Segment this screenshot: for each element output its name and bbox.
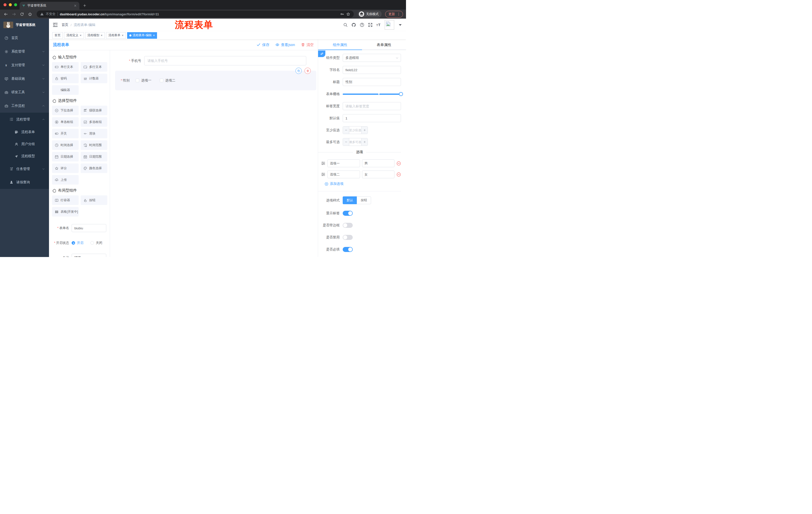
sidebar-item-task-management[interactable]: 任务管理 <box>0 162 49 175</box>
close-icon[interactable]: × <box>80 34 82 37</box>
palette-item-time-range[interactable]: 时间范围 <box>81 140 107 150</box>
sidebar-item-process-model[interactable]: 流程模型 <box>0 150 49 162</box>
fullscreen-icon[interactable] <box>368 23 373 27</box>
remark-textarea[interactable]: 嘿嘿 <box>71 254 106 257</box>
minimize-window-button[interactable] <box>9 3 12 6</box>
option1-label-input[interactable] <box>327 159 360 167</box>
palette-item-password[interactable]: 密码 <box>52 74 79 83</box>
field-name-input[interactable] <box>343 66 401 74</box>
stepper-increase-button[interactable] <box>361 138 368 145</box>
palette-item-select[interactable]: 下拉选择 <box>52 106 79 115</box>
gender-checkbox-option1[interactable]: 选项一 <box>136 78 151 83</box>
status-radio-off[interactable]: 关闭 <box>90 239 102 247</box>
sidebar-item-user-group[interactable]: 用户分组 <box>0 138 49 150</box>
status-radio-on[interactable]: 开启 <box>71 239 83 247</box>
save-button[interactable]: 保存 <box>257 43 269 47</box>
close-window-button[interactable] <box>3 3 6 6</box>
search-icon[interactable] <box>343 23 348 27</box>
default-value-input[interactable] <box>343 114 401 122</box>
help-icon[interactable] <box>360 23 364 27</box>
close-icon[interactable]: × <box>153 34 155 37</box>
palette-item-date-range[interactable]: 日期范围 <box>81 152 107 161</box>
view-json-button[interactable]: 查看json <box>276 43 295 47</box>
tag-process-form-edit[interactable]: 流程表单-编辑× <box>127 32 157 39</box>
drag-handle-icon[interactable] <box>321 172 325 177</box>
bookmark-star-icon[interactable] <box>346 12 350 16</box>
palette-item-color-picker[interactable]: 颜色选择 <box>81 163 107 173</box>
option1-value-input[interactable] <box>362 159 395 167</box>
breadcrumb-home[interactable]: 首页 <box>62 23 68 27</box>
sidebar-item-process-management[interactable]: 流程管理 <box>0 113 49 126</box>
drag-handle-icon[interactable] <box>321 161 325 165</box>
new-tab-button[interactable] <box>81 2 88 9</box>
sidebar-item-home[interactable]: 首页 <box>0 31 49 45</box>
browser-menu-icon[interactable] <box>397 12 401 16</box>
gender-checkbox-option2[interactable]: 选项二 <box>160 78 176 83</box>
palette-item-date-picker[interactable]: 日期选择 <box>52 152 79 161</box>
palette-item-slider[interactable]: 滑块 <box>81 129 107 138</box>
max-select-input[interactable] <box>349 138 361 145</box>
palette-item-multi-line-text[interactable]: 多行文本 <box>81 62 107 72</box>
clear-button[interactable]: 清空 <box>301 43 314 47</box>
palette-item-editor[interactable]: 编辑器 <box>52 85 79 95</box>
zoom-window-button[interactable] <box>14 3 17 6</box>
tag-home[interactable]: 首页 <box>52 32 63 39</box>
link-tab[interactable] <box>318 51 325 57</box>
component-type-select[interactable]: 多选框组 <box>343 54 401 62</box>
palette-item-upload[interactable]: 上传 <box>52 175 79 185</box>
user-avatar[interactable] <box>385 20 394 30</box>
back-button[interactable] <box>3 11 8 17</box>
slider-handle[interactable] <box>399 92 403 96</box>
form-canvas[interactable]: 手机号 性别 选项一 选项二 <box>110 50 318 257</box>
menu-fold-icon[interactable] <box>53 22 58 28</box>
option2-label-input[interactable] <box>327 170 360 178</box>
stepper-decrease-button[interactable] <box>343 127 349 134</box>
home-button[interactable] <box>27 11 33 17</box>
checkbox[interactable] <box>160 79 163 82</box>
tab-form-props[interactable]: 表单属性 <box>362 39 406 50</box>
title-input[interactable] <box>343 78 401 86</box>
tag-process-form[interactable]: 流程表单× <box>106 32 126 39</box>
forward-button[interactable] <box>11 11 17 17</box>
sidebar-item-process-form[interactable]: 流程表单 <box>0 126 49 138</box>
font-size-icon[interactable]: TT <box>376 23 381 27</box>
add-option-button[interactable]: 添加选项 <box>325 182 401 186</box>
min-select-input[interactable] <box>349 127 361 134</box>
tag-process-definition[interactable]: 流程定义× <box>64 32 84 39</box>
sidebar-item-payment-management[interactable]: ¥ 支付管理 <box>0 58 49 72</box>
sidebar-item-dev-tools[interactable]: 研发工具 <box>0 85 49 99</box>
palette-item-radio-group[interactable]: 单选框组 <box>52 117 79 127</box>
palette-item-single-line-text[interactable]: 单行文本 <box>52 62 79 72</box>
sidebar-item-workflow[interactable]: 工作流程 <box>0 99 49 113</box>
palette-item-checkbox-group[interactable]: 多选框组 <box>81 117 107 127</box>
palette-item-cascader[interactable]: 级联选择 <box>81 106 107 115</box>
tab-close-icon[interactable] <box>74 4 77 7</box>
reload-button[interactable] <box>19 11 25 17</box>
form-grid-slider[interactable] <box>343 90 401 98</box>
tag-process-model[interactable]: 流程模型× <box>85 32 105 39</box>
github-icon[interactable] <box>351 23 356 27</box>
border-switch[interactable] <box>343 223 353 228</box>
sidebar-item-leave-query[interactable]: 请假查询 <box>0 175 49 189</box>
show-label-switch[interactable] <box>343 211 353 216</box>
palette-item-button[interactable]: 按钮 <box>81 195 107 205</box>
palette-item-rate[interactable]: 评分 <box>52 163 79 173</box>
delete-component-button[interactable] <box>304 67 311 74</box>
palette-item-row-container[interactable]: 行容器 <box>52 195 79 205</box>
option2-value-input[interactable] <box>362 170 395 178</box>
password-key-icon[interactable] <box>340 12 344 16</box>
form-name-input[interactable] <box>71 224 106 232</box>
tab-component-props[interactable]: 组件属性 <box>318 39 362 50</box>
canvas-field-phone[interactable]: 手机号 <box>110 56 306 65</box>
canvas-field-gender-selected[interactable]: 性别 选项一 选项二 <box>115 71 316 90</box>
browser-update-button[interactable]: 更新 <box>385 11 403 18</box>
phone-field-input[interactable] <box>144 56 306 65</box>
stepper-increase-button[interactable] <box>361 127 368 134</box>
stepper-decrease-button[interactable] <box>343 138 349 145</box>
avatar-caret-icon[interactable] <box>398 23 403 27</box>
close-icon[interactable]: × <box>101 34 103 37</box>
remove-option-icon[interactable] <box>397 161 401 166</box>
required-switch[interactable] <box>343 247 353 252</box>
address-bar[interactable]: 不安全 dashboard.yudao.iocoder.cn/bpm/manag… <box>37 10 354 18</box>
label-width-input[interactable] <box>343 102 401 110</box>
